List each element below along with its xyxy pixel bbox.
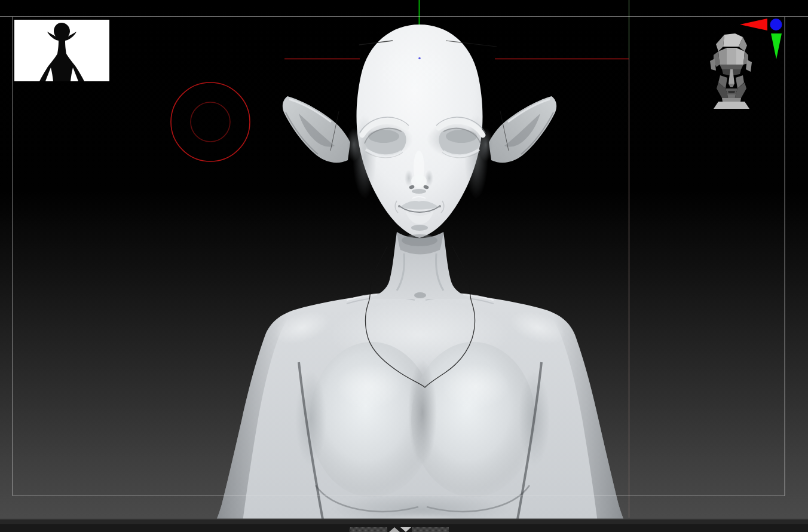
sculpt-viewport[interactable] [0,0,808,532]
scrollbar-track-left[interactable] [350,527,387,532]
preview-thumbnail [14,20,109,81]
bottom-tray [0,519,808,532]
scrollbar-track-right[interactable] [412,527,449,532]
z-axis-dot-icon[interactable] [770,19,782,30]
suprasternal-notch [414,292,426,298]
forehead-highlight [378,45,452,100]
gizmo-base [714,102,749,109]
gizmo-brow [720,65,743,69]
origin-dot [418,57,421,60]
cleavage-shadow [408,360,437,465]
chin-shadow [402,234,437,246]
